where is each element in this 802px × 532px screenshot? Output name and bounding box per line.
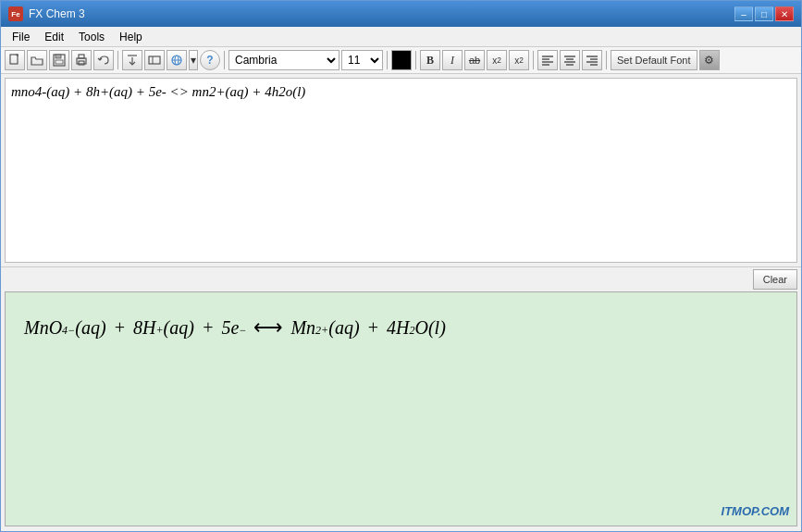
title-text: FX Chem 3: [29, 7, 85, 20]
minimize-button[interactable]: –: [734, 6, 753, 21]
watermark: ITMOP.COM: [722, 504, 789, 518]
separator-6: [606, 51, 607, 69]
input-panel: [5, 78, 797, 263]
dropdown-button[interactable]: ▾: [189, 50, 198, 70]
subscript-button[interactable]: x2: [509, 50, 529, 70]
color-button[interactable]: [391, 50, 412, 70]
menu-tools[interactable]: Tools: [71, 29, 112, 45]
font-select[interactable]: Cambria Arial Times New Roman: [228, 50, 339, 70]
undo-button[interactable]: [93, 50, 114, 70]
print-button[interactable]: [71, 50, 92, 70]
new-button[interactable]: [5, 50, 25, 70]
separator-3: [387, 51, 388, 69]
font-size-select[interactable]: 11 10 12 14: [341, 50, 383, 70]
menu-file[interactable]: File: [5, 29, 37, 45]
align-center-button[interactable]: [560, 50, 580, 70]
open-button[interactable]: [27, 50, 47, 70]
strikethrough-button[interactable]: ab: [464, 50, 485, 70]
save-button[interactable]: [49, 50, 69, 70]
superscript-button[interactable]: x2: [487, 50, 507, 70]
rendered-equation: MnO4− (aq) + 8H+ (aq) + 5e− ⟷ Mn2+ (aq) …: [24, 307, 446, 348]
main-content: Clear MnO4− (aq) + 8H+ (aq) + 5e− ⟷: [1, 74, 801, 530]
separator-4: [415, 51, 416, 69]
svg-rect-8: [149, 56, 160, 64]
app-icon: Fe: [8, 6, 23, 21]
title-bar: Fe FX Chem 3 – □ ✕: [1, 1, 801, 27]
bottom-bar: Clear: [1, 266, 801, 291]
equilibrium-arrow: ⟷: [253, 307, 283, 348]
term-5e: 5e−: [221, 309, 246, 346]
equation-input[interactable]: [11, 84, 791, 256]
separator-2: [224, 51, 225, 69]
help-button[interactable]: ?: [200, 50, 220, 70]
title-bar-left: Fe FX Chem 3: [8, 6, 85, 21]
svg-rect-2: [56, 55, 61, 58]
insert2-button[interactable]: [144, 50, 165, 70]
gear-button[interactable]: ⚙: [699, 50, 720, 70]
term-mn: Mn2+: [290, 309, 328, 346]
insert-button[interactable]: [122, 50, 142, 70]
font-select-container: Cambria Arial Times New Roman 11 10 12 1…: [228, 50, 383, 70]
align-left-button[interactable]: [537, 50, 558, 70]
term-mno4: MnO4−: [24, 309, 75, 346]
italic-button[interactable]: I: [442, 50, 463, 70]
svg-rect-6: [79, 61, 84, 65]
toolbar: ▾ ? Cambria Arial Times New Roman 11 10 …: [1, 47, 801, 74]
separator-1: [117, 51, 118, 69]
bold-button[interactable]: B: [420, 50, 440, 70]
svg-rect-5: [79, 55, 84, 58]
internet-button[interactable]: [167, 50, 187, 70]
term-4h2o: 4H2O(l): [387, 309, 446, 346]
menu-bar: File Edit Tools Help: [1, 27, 801, 47]
svg-rect-0: [10, 55, 18, 64]
align-right-button[interactable]: [582, 50, 602, 70]
maximize-button[interactable]: □: [755, 6, 773, 21]
menu-help[interactable]: Help: [112, 29, 150, 45]
output-panel: MnO4− (aq) + 8H+ (aq) + 5e− ⟷ Mn2+ (aq) …: [5, 291, 797, 526]
close-button[interactable]: ✕: [775, 6, 794, 21]
separator-5: [533, 51, 534, 69]
menu-edit[interactable]: Edit: [37, 29, 71, 45]
clear-button[interactable]: Clear: [753, 269, 797, 290]
svg-rect-3: [56, 60, 63, 64]
window-controls: – □ ✕: [734, 6, 794, 21]
app-icon-label: Fe: [11, 10, 19, 19]
term-8h: 8H+: [133, 309, 164, 346]
app-window: Fe FX Chem 3 – □ ✕ File Edit Tools Help: [0, 0, 802, 532]
set-default-font-button[interactable]: Set Default Font: [611, 50, 697, 70]
